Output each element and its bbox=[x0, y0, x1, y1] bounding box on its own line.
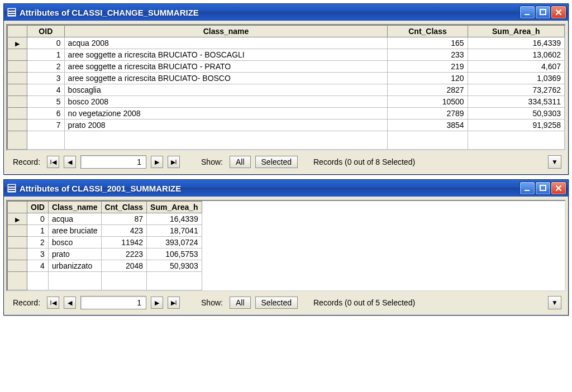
cell-oid[interactable]: 0 bbox=[27, 37, 65, 49]
cell-oid[interactable]: 4 bbox=[27, 260, 49, 272]
cell-sum-area[interactable]: 50,9303 bbox=[147, 260, 202, 272]
options-dropdown-button[interactable]: ▼ bbox=[548, 155, 561, 169]
maximize-button[interactable] bbox=[536, 6, 550, 18]
show-all-button[interactable]: All bbox=[230, 297, 251, 309]
cell-cnt-class[interactable]: 11942 bbox=[101, 237, 146, 248]
row-selector[interactable] bbox=[8, 96, 27, 108]
column-header[interactable]: Sum_Area_h bbox=[147, 202, 202, 213]
cell-oid[interactable]: 3 bbox=[27, 73, 65, 84]
cell-class-name[interactable]: aree bruciate bbox=[48, 225, 101, 237]
cell-oid[interactable]: 5 bbox=[27, 96, 65, 108]
table-row[interactable]: 6no vegetazione 2008278950,9303 bbox=[8, 108, 565, 119]
show-selected-button[interactable]: Selected bbox=[255, 156, 298, 168]
row-selector[interactable] bbox=[8, 84, 27, 96]
cell-oid[interactable]: 2 bbox=[27, 61, 65, 73]
prev-record-button[interactable]: ◀ bbox=[64, 156, 76, 168]
row-selector[interactable] bbox=[8, 260, 27, 272]
column-header[interactable]: Cnt_Class bbox=[388, 26, 468, 37]
first-record-button[interactable]: I◀ bbox=[47, 297, 59, 309]
column-header[interactable]: OID bbox=[27, 26, 65, 37]
attribute-table[interactable]: OIDClass_nameCnt_ClassSum_Area_h0acqua87… bbox=[7, 201, 202, 290]
table-row[interactable]: 2aree soggette a ricrescita BRUCIATO - P… bbox=[8, 61, 565, 73]
column-header[interactable]: OID bbox=[27, 202, 49, 213]
cell-cnt-class[interactable]: 2223 bbox=[101, 248, 146, 260]
cell-sum-area[interactable]: 1,0369 bbox=[468, 73, 564, 84]
cell-cnt-class[interactable]: 423 bbox=[101, 225, 146, 237]
table-row[interactable]: 1aree bruciate42318,7041 bbox=[8, 225, 202, 237]
titlebar[interactable]: Attributes of CLASSI_2001_SUMMARIZE bbox=[4, 180, 568, 197]
cell-class-name[interactable]: urbanizzato bbox=[48, 260, 101, 272]
table-row[interactable]: 3aree soggette a ricrescita BRUCIATO- BO… bbox=[8, 73, 565, 84]
cell-cnt-class[interactable]: 10500 bbox=[388, 96, 468, 108]
cell-cnt-class[interactable]: 219 bbox=[388, 61, 468, 73]
table-row[interactable]: 4boscaglia282773,2762 bbox=[8, 84, 565, 96]
cell-sum-area[interactable]: 4,607 bbox=[468, 61, 564, 73]
row-selector[interactable] bbox=[8, 119, 27, 131]
table-row[interactable]: 3prato2223106,5753 bbox=[8, 248, 202, 260]
cell-cnt-class[interactable]: 3854 bbox=[388, 119, 468, 131]
table-row[interactable]: 0acqua 200816516,4339 bbox=[8, 37, 565, 49]
cell-class-name[interactable]: prato 2008 bbox=[64, 119, 388, 131]
cell-sum-area[interactable]: 18,7041 bbox=[147, 225, 202, 237]
column-header[interactable]: Sum_Area_h bbox=[468, 26, 564, 37]
record-number-input[interactable] bbox=[80, 296, 146, 309]
row-selector[interactable] bbox=[8, 248, 27, 260]
cell-cnt-class[interactable]: 233 bbox=[388, 49, 468, 61]
last-record-button[interactable]: ▶I bbox=[168, 297, 180, 309]
table-row[interactable]: 4urbanizzato204850,9303 bbox=[8, 260, 202, 272]
cell-cnt-class[interactable]: 120 bbox=[388, 73, 468, 84]
column-header[interactable]: Class_name bbox=[64, 26, 388, 37]
next-record-button[interactable]: ▶ bbox=[151, 297, 163, 309]
row-selector[interactable] bbox=[8, 225, 27, 237]
record-number-input[interactable] bbox=[80, 155, 146, 169]
titlebar[interactable]: Attributes of CLASSI_CHANGE_SUMMARIZE bbox=[4, 4, 568, 21]
options-dropdown-button[interactable]: ▼ bbox=[548, 296, 561, 309]
cell-cnt-class[interactable]: 2048 bbox=[101, 260, 146, 272]
close-button[interactable] bbox=[551, 182, 566, 194]
cell-oid[interactable]: 1 bbox=[27, 49, 65, 61]
attribute-table[interactable]: OIDClass_nameCnt_ClassSum_Area_h0acqua 2… bbox=[7, 25, 565, 150]
cell-oid[interactable]: 6 bbox=[27, 108, 65, 119]
table-row[interactable]: 7prato 2008385491,9258 bbox=[8, 119, 565, 131]
cell-cnt-class[interactable]: 2789 bbox=[388, 108, 468, 119]
cell-oid[interactable]: 7 bbox=[27, 119, 65, 131]
close-button[interactable] bbox=[551, 6, 566, 18]
row-selector[interactable] bbox=[8, 49, 27, 61]
cell-oid[interactable]: 2 bbox=[27, 237, 49, 248]
column-header[interactable]: Class_name bbox=[48, 202, 101, 213]
cell-oid[interactable]: 4 bbox=[27, 84, 65, 96]
cell-sum-area[interactable]: 16,4339 bbox=[468, 37, 564, 49]
cell-class-name[interactable]: prato bbox=[48, 248, 101, 260]
row-selector-header[interactable] bbox=[8, 202, 27, 213]
cell-class-name[interactable]: acqua bbox=[48, 213, 101, 225]
column-header[interactable]: Cnt_Class bbox=[101, 202, 146, 213]
row-selector[interactable] bbox=[8, 61, 27, 73]
row-selector[interactable] bbox=[8, 213, 27, 225]
cell-class-name[interactable]: bosco bbox=[48, 237, 101, 248]
cell-oid[interactable]: 3 bbox=[27, 248, 49, 260]
cell-sum-area[interactable]: 334,5311 bbox=[468, 96, 564, 108]
next-record-button[interactable]: ▶ bbox=[151, 156, 163, 168]
row-selector[interactable] bbox=[8, 37, 27, 49]
cell-sum-area[interactable]: 73,2762 bbox=[468, 84, 564, 96]
cell-class-name[interactable]: bosco 2008 bbox=[64, 96, 388, 108]
cell-oid[interactable]: 1 bbox=[27, 225, 49, 237]
cell-cnt-class[interactable]: 87 bbox=[101, 213, 146, 225]
cell-oid[interactable]: 0 bbox=[27, 213, 49, 225]
table-row[interactable]: 0acqua8716,4339 bbox=[8, 213, 202, 225]
row-selector[interactable] bbox=[8, 73, 27, 84]
cell-cnt-class[interactable]: 2827 bbox=[388, 84, 468, 96]
cell-class-name[interactable]: aree soggette a ricrescita BRUCIATO - BO… bbox=[64, 49, 388, 61]
maximize-button[interactable] bbox=[536, 182, 550, 194]
cell-sum-area[interactable]: 393,0724 bbox=[147, 237, 202, 248]
cell-sum-area[interactable]: 16,4339 bbox=[147, 213, 202, 225]
show-selected-button[interactable]: Selected bbox=[255, 297, 298, 309]
table-row[interactable]: 5bosco 200810500334,5311 bbox=[8, 96, 565, 108]
minimize-button[interactable] bbox=[520, 6, 535, 18]
cell-sum-area[interactable]: 50,9303 bbox=[468, 108, 564, 119]
prev-record-button[interactable]: ◀ bbox=[64, 297, 76, 309]
cell-class-name[interactable]: no vegetazione 2008 bbox=[64, 108, 388, 119]
cell-sum-area[interactable]: 106,5753 bbox=[147, 248, 202, 260]
cell-sum-area[interactable]: 13,0602 bbox=[468, 49, 564, 61]
cell-class-name[interactable]: aree soggette a ricrescita BRUCIATO - PR… bbox=[64, 61, 388, 73]
